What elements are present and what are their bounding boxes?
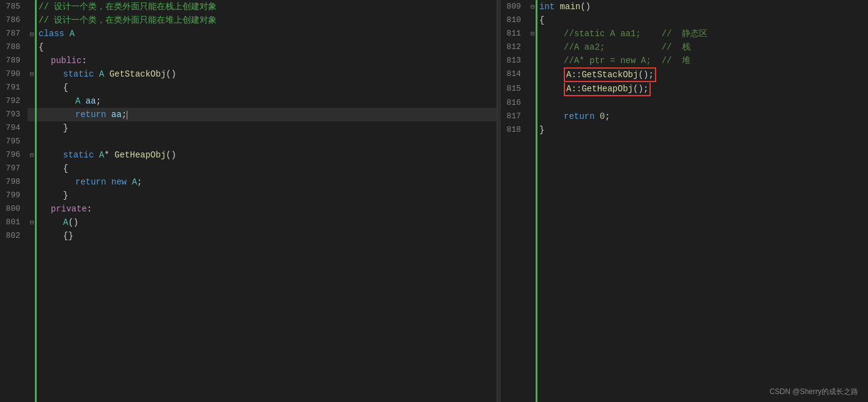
code-line: 818 } bbox=[501, 123, 868, 137]
code-line: 811 ⊟ //static A aa1; // 静态区 bbox=[501, 27, 868, 40]
line-number: 801 bbox=[0, 216, 28, 229]
code-line: 789 public: bbox=[0, 54, 496, 67]
line-number: 812 bbox=[501, 40, 528, 54]
right-code-panel: 809 ⊟ int main() 810 { 811 ⊟ //static A … bbox=[501, 0, 868, 402]
code-content: public: bbox=[36, 54, 496, 67]
code-content: A::GetHeapObj(); bbox=[537, 82, 868, 96]
right-code-lines: 809 ⊟ int main() 810 { 811 ⊟ //static A … bbox=[501, 0, 868, 137]
line-number: 809 bbox=[501, 0, 528, 13]
line-number: 802 bbox=[0, 229, 28, 243]
code-content: A() bbox=[36, 216, 496, 229]
line-number: 785 bbox=[0, 0, 28, 13]
code-content: static A* GetHeapObj() bbox=[36, 148, 496, 162]
code-line: 812 //A aa2; // 栈 bbox=[501, 40, 868, 54]
code-content bbox=[36, 135, 496, 148]
code-content: } bbox=[36, 121, 496, 135]
code-content: { bbox=[36, 40, 496, 54]
code-line: 798 return new A; bbox=[0, 175, 496, 189]
line-number: 813 bbox=[501, 54, 528, 67]
line-number: 789 bbox=[0, 54, 28, 67]
line-number: 794 bbox=[0, 121, 28, 135]
code-line: 786 // 设计一个类，在类外面只能在堆上创建对象 bbox=[0, 13, 496, 27]
code-content: private: bbox=[36, 202, 496, 216]
left-code-panel: 785 // 设计一个类，在类外面只能在栈上创建对象 786 // 设计一个类，… bbox=[0, 0, 497, 402]
line-number: 800 bbox=[0, 202, 28, 216]
code-line: 792 A aa; bbox=[0, 94, 496, 108]
code-content: } bbox=[537, 123, 868, 137]
code-content: return 0; bbox=[537, 110, 868, 123]
code-content: A::GetStackObj(); bbox=[537, 67, 868, 82]
line-number: 811 bbox=[501, 27, 528, 40]
line-number: 796 bbox=[0, 148, 28, 162]
line-number: 818 bbox=[501, 123, 528, 137]
code-line: 785 // 设计一个类，在类外面只能在栈上创建对象 bbox=[0, 0, 496, 13]
line-number: 787 bbox=[0, 27, 28, 40]
code-content: // 设计一个类，在类外面只能在堆上创建对象 bbox=[36, 13, 496, 27]
code-content: A aa; bbox=[36, 94, 496, 108]
code-content: //A* ptr = new A; // 堆 bbox=[537, 54, 868, 67]
code-content: return aa; bbox=[36, 108, 496, 121]
code-line: 787 ⊟ class A bbox=[0, 27, 496, 40]
line-number: 814 bbox=[501, 67, 528, 82]
code-line: 790 ⊟ static A GetStackObj() bbox=[0, 67, 496, 81]
code-content bbox=[537, 96, 868, 110]
watermark: CSDN @Sherry的成长之路 bbox=[769, 387, 858, 397]
code-line: 809 ⊟ int main() bbox=[501, 0, 868, 13]
line-number: 817 bbox=[501, 110, 528, 123]
code-line: 816 bbox=[501, 96, 868, 110]
code-content: { bbox=[36, 162, 496, 175]
code-line: 788 { bbox=[0, 40, 496, 54]
code-content: class A bbox=[36, 27, 496, 40]
code-line: 813 //A* ptr = new A; // 堆 bbox=[501, 54, 868, 67]
code-line: 801 ⊟ A() bbox=[0, 216, 496, 229]
code-content: return new A; bbox=[36, 175, 496, 189]
code-line: 800 private: bbox=[0, 202, 496, 216]
line-number: 790 bbox=[0, 67, 28, 81]
code-line: 791 { bbox=[0, 81, 496, 94]
line-number: 799 bbox=[0, 189, 28, 202]
line-number: 815 bbox=[501, 82, 528, 96]
line-number: 816 bbox=[501, 96, 528, 110]
code-content: //static A aa1; // 静态区 bbox=[537, 27, 868, 40]
left-code-lines: 785 // 设计一个类，在类外面只能在栈上创建对象 786 // 设计一个类，… bbox=[0, 0, 496, 243]
line-number: 791 bbox=[0, 81, 28, 94]
code-content: int main() bbox=[537, 0, 868, 13]
code-line: 799 } bbox=[0, 189, 496, 202]
code-content: } bbox=[36, 189, 496, 202]
code-line: 794 } bbox=[0, 121, 496, 135]
line-number: 810 bbox=[501, 13, 528, 27]
code-line: 793 return aa; bbox=[0, 108, 496, 121]
code-line: 795 bbox=[0, 135, 496, 148]
code-content: {} bbox=[36, 229, 496, 243]
code-content: // 设计一个类，在类外面只能在栈上创建对象 bbox=[36, 0, 496, 13]
code-line: 810 { bbox=[501, 13, 868, 27]
line-number: 797 bbox=[0, 162, 28, 175]
code-line: 802 {} bbox=[0, 229, 496, 243]
code-content: { bbox=[36, 81, 496, 94]
code-line: 797 { bbox=[0, 162, 496, 175]
line-number: 798 bbox=[0, 175, 28, 189]
code-line: 814 A::GetStackObj(); bbox=[501, 67, 868, 82]
line-number: 788 bbox=[0, 40, 28, 54]
code-content: static A GetStackObj() bbox=[36, 67, 496, 81]
code-line: 817 return 0; bbox=[501, 110, 868, 123]
line-number: 792 bbox=[0, 94, 28, 108]
line-number: 793 bbox=[0, 108, 28, 121]
code-content: { bbox=[537, 13, 868, 27]
code-line: 796 ⊟ static A* GetHeapObj() bbox=[0, 148, 496, 162]
code-content: //A aa2; // 栈 bbox=[537, 40, 868, 54]
line-number: 786 bbox=[0, 13, 28, 27]
line-number: 795 bbox=[0, 135, 28, 148]
code-line: 815 A::GetHeapObj(); bbox=[501, 82, 868, 96]
editor-container: 785 // 设计一个类，在类外面只能在栈上创建对象 786 // 设计一个类，… bbox=[0, 0, 868, 402]
